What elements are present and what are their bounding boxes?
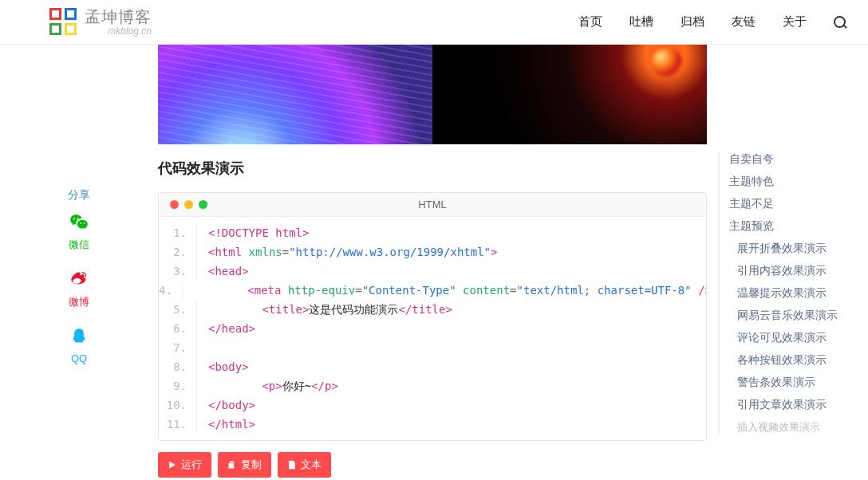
toc-subitem[interactable]: 展开折叠效果演示 [737, 242, 868, 256]
nav-links[interactable]: 友链 [732, 14, 756, 30]
dot-minimize-icon [184, 200, 193, 209]
share-wechat[interactable]: 微信 [0, 212, 158, 252]
main-content: 代码效果演示 HTML 1.<!DOCTYPE html>2.<html xml… [158, 45, 707, 480]
play-icon [168, 460, 177, 470]
code-line: 4. <meta http-equiv="Content-Type" conte… [159, 281, 706, 300]
file-text-icon [287, 460, 297, 470]
nav-tucao[interactable]: 吐槽 [629, 14, 653, 30]
top-bar: 孟坤博客 mkblog.cn 首页 吐槽 归档 友链 关于 [0, 0, 868, 45]
dot-zoom-icon [199, 200, 207, 209]
site-logo [49, 8, 78, 37]
search-icon[interactable] [834, 16, 846, 28]
code-line: 1.<!DOCTYPE html> [159, 223, 706, 242]
code-line: 5. <title>这是代码功能演示</title> [159, 300, 706, 319]
code-line: 10.</body> [159, 395, 706, 415]
brand-title: 孟坤博客 [85, 9, 152, 25]
code-line: 6.</head> [159, 319, 706, 338]
toc-item[interactable]: 主题不足 [729, 197, 868, 211]
window-dots [159, 200, 207, 209]
qq-icon [69, 327, 89, 348]
top-nav: 首页 吐槽 归档 友链 关于 [578, 14, 846, 30]
nav-home[interactable]: 首页 [578, 14, 602, 30]
nav-archive[interactable]: 归档 [681, 14, 704, 30]
code-block: HTML 1.<!DOCTYPE html>2.<html xmlns="htt… [158, 192, 707, 441]
share-qq[interactable]: QQ [0, 327, 158, 364]
text-button-label: 文本 [301, 458, 322, 472]
code-line: 3.<head> [159, 262, 706, 281]
code-line: 11.</html> [159, 415, 706, 434]
toc-subitem[interactable]: 评论可见效果演示 [737, 331, 868, 345]
section-title-code-demo: 代码效果演示 [158, 159, 707, 178]
toc-subitem[interactable]: 警告条效果演示 [737, 376, 868, 390]
share-wechat-label: 微信 [69, 238, 89, 252]
toc-sidebar: 自卖自夸主题特色主题不足主题预览展开折叠效果演示引用内容效果演示温馨提示效果演示… [707, 45, 868, 480]
copy-button-label: 复制 [241, 458, 262, 472]
code-body[interactable]: 1.<!DOCTYPE html>2.<html xmlns="http://w… [159, 217, 706, 440]
share-qq-label: QQ [71, 352, 87, 364]
brand[interactable]: 孟坤博客 mkblog.cn [49, 8, 152, 37]
hero-right-art [432, 45, 707, 144]
toc-list: 自卖自夸主题特色主题不足主题预览展开折叠效果演示引用内容效果演示温馨提示效果演示… [718, 152, 868, 435]
run-button-label: 运行 [181, 458, 202, 472]
toc-subitem[interactable]: 网易云音乐效果演示 [737, 309, 868, 323]
hero-left-art [158, 45, 432, 144]
nav-about[interactable]: 关于 [783, 14, 807, 30]
toc-subitem[interactable]: 引用文章效果演示 [737, 398, 868, 412]
dot-close-icon [170, 200, 179, 209]
text-button[interactable]: 文本 [278, 452, 331, 478]
code-block-header: HTML [159, 193, 706, 217]
code-lang-label: HTML [418, 199, 446, 210]
toc-item[interactable]: 主题特色 [729, 175, 868, 189]
copy-icon [227, 460, 237, 470]
toc-sublist: 展开折叠效果演示引用内容效果演示温馨提示效果演示网易云音乐效果演示评论可见效果演… [729, 242, 868, 435]
code-line: 2.<html xmlns="http://www.w3.org/1999/xh… [159, 242, 706, 262]
toc-item[interactable]: 自卖自夸 [729, 152, 868, 167]
toc-item[interactable]: 主题预览 [729, 219, 868, 234]
toc-subitem[interactable]: 温馨提示效果演示 [737, 286, 868, 301]
brand-subtitle: mkblog.cn [85, 26, 152, 36]
copy-button[interactable]: 复制 [218, 452, 271, 478]
toc-subitem-truncated[interactable]: 插入视频效果演示 [737, 420, 868, 435]
code-line: 7. [159, 338, 706, 357]
share-weibo-label: 微博 [69, 295, 89, 309]
run-button[interactable]: 运行 [158, 452, 211, 478]
weibo-icon [69, 270, 89, 290]
share-sidebar: 分享 微信 微博 QQ [0, 45, 158, 480]
code-line: 9. <p>你好~</p> [159, 376, 706, 395]
toc-subitem[interactable]: 各种按钮效果演示 [737, 353, 868, 368]
toc-subitem[interactable]: 引用内容效果演示 [737, 264, 868, 278]
share-title: 分享 [0, 188, 158, 203]
share-weibo[interactable]: 微博 [0, 270, 158, 309]
wechat-icon [69, 212, 89, 233]
code-line: 8.<body> [159, 357, 706, 376]
code-actions: 运行 复制 文本 [158, 452, 707, 478]
hero-image [158, 45, 707, 144]
